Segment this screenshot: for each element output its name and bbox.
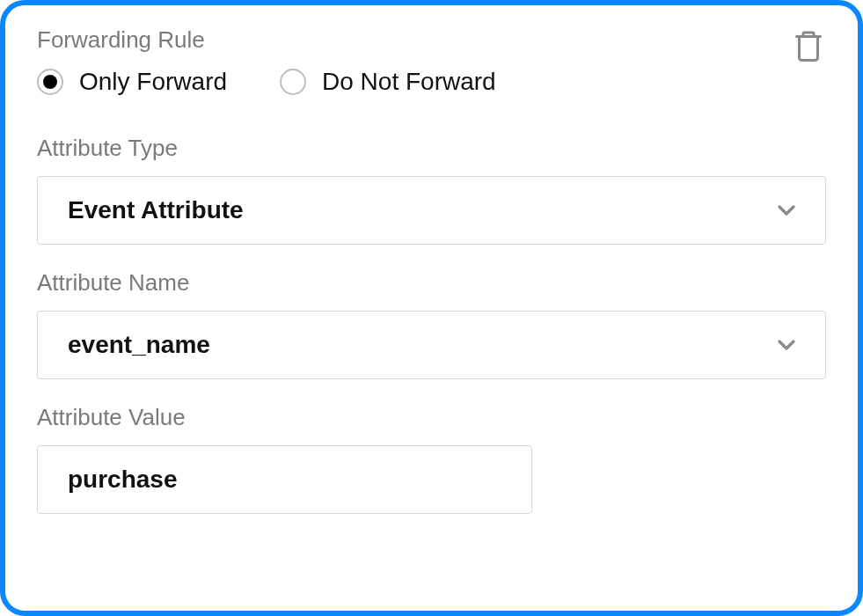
forwarding-rule-panel: Forwarding Rule Only Forward Do Not Forw… [0, 0, 863, 616]
trash-icon [793, 28, 824, 63]
radio-indicator [280, 69, 306, 95]
attribute-type-field: Attribute Type Event Attribute [37, 135, 826, 245]
radio-do-not-forward[interactable]: Do Not Forward [280, 68, 496, 96]
attribute-value-field: Attribute Value [37, 404, 826, 514]
radio-only-forward[interactable]: Only Forward [37, 68, 227, 96]
panel-title: Forwarding Rule [37, 26, 205, 54]
field-label: Attribute Name [37, 269, 826, 297]
delete-rule-button[interactable] [791, 26, 826, 68]
dropdown-value: event_name [68, 331, 210, 359]
radio-label: Do Not Forward [322, 68, 496, 96]
attribute-name-field: Attribute Name event_name [37, 269, 826, 379]
radio-indicator [37, 69, 63, 95]
attribute-value-input[interactable] [37, 445, 532, 514]
field-label: Attribute Type [37, 135, 826, 162]
forwarding-rule-radio-group: Only Forward Do Not Forward [37, 68, 826, 96]
attribute-name-dropdown[interactable]: event_name [37, 311, 826, 379]
header-row: Forwarding Rule [37, 26, 826, 68]
chevron-down-icon [772, 331, 801, 359]
attribute-type-dropdown[interactable]: Event Attribute [37, 176, 826, 245]
radio-label: Only Forward [79, 68, 227, 96]
chevron-down-icon [772, 196, 801, 224]
field-label: Attribute Value [37, 404, 826, 431]
dropdown-value: Event Attribute [68, 196, 244, 224]
